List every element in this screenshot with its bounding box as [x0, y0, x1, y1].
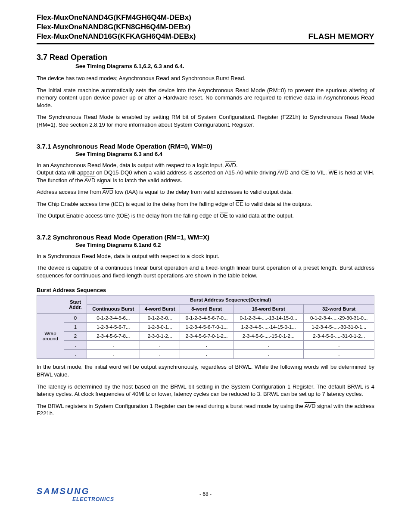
page-number: - 68 - — [114, 491, 297, 497]
s37-p1: The device has two read modes; Asynchron… — [37, 75, 374, 82]
s37-p3: The Synchronous Read Mode is enabled by … — [37, 113, 374, 128]
header-line2: Flex-MuxOneNAND8G(KFN8GH6Q4M-DEBx) — [37, 22, 196, 32]
s372-p5: The BRWL registers in System Configurati… — [37, 402, 374, 417]
header-left: Flex-MuxOneNAND4G(KFM4GH6Q4M-DEBx) Flex-… — [37, 13, 196, 41]
s37-p2: The initial state machine automatically … — [37, 87, 374, 109]
section-3-7-title: 3.7 Read Operation — [37, 53, 374, 62]
col-4word: 4-word Burst — [140, 305, 180, 314]
header-line1: Flex-MuxOneNAND4G(KFM4GH6Q4M-DEBx) — [37, 13, 196, 22]
signal-ce: CE — [301, 169, 309, 176]
section-3-7-2-see: See Timing Diagrams 6.1and 6.2 — [75, 242, 374, 248]
page-footer: SAMSUNG ELECTRONICS - 68 - — [37, 486, 374, 502]
signal-oe: OE — [220, 212, 228, 219]
header-line3: Flex-MuxOneNAND16G(KFKAGH6Q4M-DEBx) — [37, 32, 196, 41]
s371-p4: The Chip Enable access time (tCE) is equ… — [37, 200, 374, 208]
burst-table-caption: Burst Address Sequences — [37, 287, 374, 293]
section-3-7-1-title: 3.7.1 Asynchronous Read Mode Operation (… — [37, 143, 374, 150]
page-header: Flex-MuxOneNAND4G(KFM4GH6Q4M-DEBx) Flex-… — [37, 13, 374, 44]
table-row: . . . . . . — [37, 350, 374, 359]
col-8word: 8-word Burst — [180, 305, 234, 314]
logo-sub-text: ELECTRONICS — [37, 496, 114, 502]
section-3-7-1-see: See Timing Diagrams 6.3 and 6.4 — [75, 151, 374, 157]
table-row: Wrap around 0 0-1-2-3-4-5-6... 0-1-2-3-0… — [37, 314, 374, 323]
col-16word: 16-word Burst — [233, 305, 304, 314]
table-row: 1 1-2-3-4-5-6-7... 1-2-3-0-1... 1-2-3-4-… — [37, 323, 374, 332]
s371-p3: Address access time from AVD low (tAA) i… — [37, 188, 374, 196]
signal-avd: AVD — [102, 189, 113, 195]
s372-p2: The device is capable of a continuous li… — [37, 264, 374, 279]
signal-avd: AVD — [277, 169, 289, 176]
s372-p4: The latency is determined by the host ba… — [37, 383, 374, 398]
col-continuous: Continuous Burst — [87, 305, 140, 314]
col-burst-seq: Burst Address Sequence(Decimal) — [87, 296, 374, 305]
s371-p5: The Output Enable access time (tOE) is t… — [37, 212, 374, 220]
signal-avd: AVD — [84, 177, 96, 184]
burst-address-table: Start Addr. Burst Address Sequence(Decim… — [37, 295, 374, 359]
signal-ce: CE — [236, 201, 243, 207]
section-3-7-see: See Timing Diagrams 6.1,6.2, 6.3 and 6.4… — [75, 63, 374, 69]
col-32word: 32-word Burst — [304, 305, 374, 314]
section-3-7-2-title: 3.7.2 Synchronous Read Mode Operation (R… — [37, 233, 374, 241]
s371-p1: In an Asynchronous Read Mode, data is ou… — [37, 162, 374, 184]
signal-avd: AVD — [225, 162, 236, 168]
table-row: 2 2-3-4-5-6-7-8... 2-3-0-1-2... 2-3-4-5-… — [37, 332, 374, 341]
s372-p1: In a Synchronous Read Mode, data is outp… — [37, 252, 374, 260]
signal-we: WE — [329, 169, 338, 176]
samsung-logo: SAMSUNG ELECTRONICS — [37, 486, 114, 502]
row-wrap-around: Wrap around — [37, 314, 64, 359]
signal-avd: AVD — [305, 403, 316, 409]
logo-main-text: SAMSUNG — [37, 486, 114, 496]
table-row: . . . . . . — [37, 341, 374, 350]
s372-p3: In the burst mode, the initial word will… — [37, 363, 374, 378]
col-start-addr: Start Addr. — [64, 296, 87, 314]
header-right: FLASH MEMORY — [308, 32, 374, 41]
